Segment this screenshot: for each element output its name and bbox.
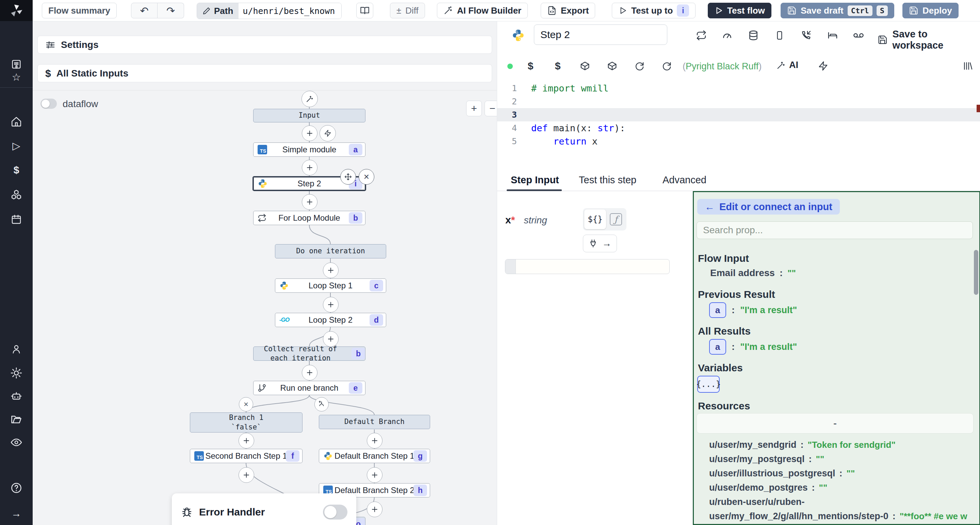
node-second-branch-step-1[interactable]: TS Second Branch Step 1 f — [190, 449, 302, 463]
insert-step-button[interactable] — [367, 467, 382, 483]
error-handler-toggle[interactable] — [323, 504, 347, 520]
reload-icon[interactable] — [660, 59, 673, 73]
template-mode-button[interactable]: ${} — [584, 209, 606, 229]
variables-dollar-button[interactable]: $ — [524, 59, 537, 73]
flow-canvas[interactable]: Settings $ All Static Inputs dataflow + … — [33, 21, 497, 525]
flow-input-entry[interactable]: Email address:"" — [710, 268, 796, 279]
variables-icon[interactable]: $ — [9, 163, 24, 178]
edit-or-connect-back-button[interactable]: ← Edit or connect an input — [697, 199, 840, 214]
step-name-input[interactable] — [534, 24, 667, 45]
mock-voicemail-icon[interactable] — [852, 29, 865, 42]
code-editor[interactable]: 1# import wmill234def main(x: str):5 ret… — [497, 82, 980, 171]
all-results-entry[interactable]: a:"I'm a result" — [709, 339, 797, 355]
insert-step-button[interactable] — [239, 433, 254, 449]
undo-button[interactable]: ↶ — [131, 3, 158, 18]
arg-value-input[interactable] — [505, 259, 670, 274]
path-field[interactable]: Path u/henri/best_known — [197, 3, 342, 19]
insert-step-button[interactable] — [367, 433, 382, 449]
package-icon[interactable] — [605, 59, 619, 73]
home-icon[interactable] — [9, 114, 24, 129]
tab-test-this-step[interactable]: Test this step — [579, 174, 636, 186]
prop-search-input[interactable] — [697, 221, 973, 239]
function-mode-button[interactable]: ƒ — [608, 211, 624, 227]
insert-step-button[interactable] — [239, 467, 254, 483]
tab-step-input[interactable]: Step Input — [511, 174, 559, 186]
early-stop-gauge-icon[interactable] — [721, 29, 734, 42]
dataflow-wand-button[interactable] — [301, 91, 318, 107]
library-icon[interactable] — [961, 59, 974, 73]
node-run-one-branch[interactable]: Run one branch e — [253, 381, 366, 395]
audit-eye-icon[interactable] — [9, 435, 24, 450]
node-default-branch-step-1[interactable]: Default Branch Step 1 g — [319, 449, 430, 463]
delete-step-button[interactable]: × — [359, 169, 374, 185]
package-icon[interactable] — [578, 59, 592, 73]
insert-step-button[interactable] — [302, 125, 318, 141]
resources-icon[interactable] — [9, 187, 24, 202]
help-icon[interactable] — [9, 481, 24, 495]
concurrency-icon[interactable] — [773, 29, 786, 42]
insert-step-button[interactable] — [323, 331, 339, 347]
insert-step-button[interactable] — [302, 194, 318, 210]
export-button[interactable]: Export — [541, 3, 595, 18]
diff-button[interactable]: ±Diff — [390, 3, 425, 18]
settings-gear-icon[interactable] — [9, 366, 24, 381]
save-draft-button[interactable]: Save draft Ctrl S — [781, 3, 894, 18]
resource-row[interactable]: u/ruben-user/u/ruben-user/my_flow_2/g/al… — [709, 495, 972, 525]
favorites-star-icon[interactable]: ☆ — [9, 69, 24, 84]
folders-icon[interactable] — [9, 412, 24, 427]
suspend-phone-icon[interactable] — [799, 29, 813, 42]
workers-robot-icon[interactable] — [9, 389, 24, 404]
path-input[interactable]: u/henri/best_known — [239, 3, 341, 19]
sleep-icon[interactable] — [826, 29, 840, 42]
collapse-arrow-icon[interactable]: → — [9, 506, 24, 521]
insert-step-button[interactable] — [323, 297, 339, 312]
diff-icon: ± — [396, 5, 401, 16]
docs-book-button[interactable] — [356, 3, 373, 18]
node-collect-result[interactable]: Collect result of each iteration b — [253, 346, 366, 361]
add-branch-button[interactable] — [314, 397, 329, 411]
schedules-calendar-icon[interactable] — [9, 212, 24, 227]
resource-row[interactable]: u/user/my_postgresql:"" — [709, 452, 972, 466]
node-do-one-iteration[interactable]: Do one iteration — [275, 244, 386, 259]
zoom-in-button[interactable]: + — [466, 101, 482, 116]
tab-advanced[interactable]: Advanced — [662, 174, 706, 186]
node-loop-step-2[interactable]: -GO Loop Step 2 d — [275, 313, 386, 327]
remove-branch-button[interactable]: × — [239, 397, 253, 411]
node-branch-1[interactable]: Branch 1`false` — [190, 412, 302, 433]
resource-row[interactable]: u/user/my_sendgrid:"Token for sendgrid" — [709, 438, 972, 452]
resources-dollar-button[interactable]: $ — [551, 59, 565, 73]
reload-icon[interactable] — [633, 59, 646, 73]
windmill-logo[interactable] — [0, 0, 33, 21]
insert-step-button[interactable] — [323, 262, 339, 278]
node-simple-module[interactable]: TS Simple module a — [253, 143, 366, 157]
retries-icon[interactable] — [695, 29, 708, 42]
bolt-icon[interactable] — [816, 59, 830, 73]
flow-summary-button[interactable]: Flow summary — [42, 3, 117, 18]
save-to-workspace-button[interactable]: Save to workspace — [878, 29, 980, 51]
redo-button[interactable]: ↷ — [158, 3, 184, 18]
node-default-branch[interactable]: Default Branch — [319, 415, 430, 429]
move-step-handle[interactable] — [340, 169, 356, 185]
node-for-loop-module[interactable]: For Loop Module b — [253, 211, 366, 225]
ai-gen-button[interactable]: AI — [776, 60, 798, 70]
resource-row[interactable]: u/user/demo_postgres:"" — [709, 481, 972, 495]
connect-input-button[interactable]: → — [583, 235, 617, 252]
user-icon[interactable] — [9, 342, 24, 357]
test-flow-button[interactable]: Test flow — [708, 3, 772, 18]
variables-object-badge[interactable]: {...} — [697, 376, 720, 393]
trigger-bolt-button[interactable] — [320, 125, 336, 141]
insert-step-button[interactable] — [367, 501, 382, 517]
runs-icon[interactable]: ▷ — [9, 138, 24, 153]
node-loop-step-1[interactable]: Loop Step 1 c — [275, 279, 386, 293]
test-up-to-button[interactable]: Test up to i — [612, 3, 695, 18]
connect-panel-scrollbar[interactable] — [974, 250, 978, 295]
previous-result-entry[interactable]: a:"I'm a result" — [709, 302, 797, 318]
insert-step-button[interactable] — [302, 365, 318, 381]
insert-step-button[interactable] — [302, 160, 318, 176]
zoom-out-button[interactable]: − — [485, 101, 497, 116]
deploy-button[interactable]: Deploy — [902, 3, 959, 18]
ai-flow-builder-button[interactable]: AI Flow Builder — [437, 3, 528, 18]
cache-database-icon[interactable] — [746, 29, 760, 42]
resource-row[interactable]: u/user/illustrious_postgresql:"" — [709, 466, 972, 481]
node-input[interactable]: Input — [253, 109, 366, 122]
